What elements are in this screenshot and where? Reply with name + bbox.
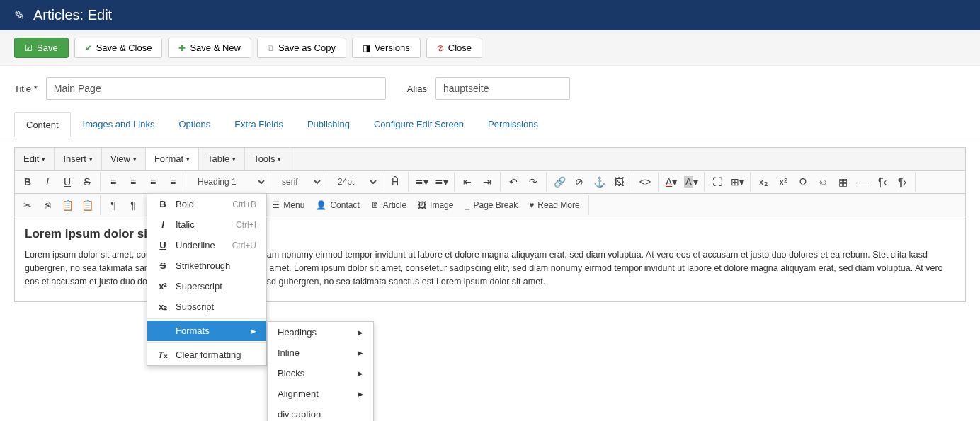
versions-label: Versions bbox=[375, 42, 410, 53]
emoji-button[interactable]: ☺ bbox=[813, 172, 833, 192]
format-underline[interactable]: UUnderlineCtrl+U bbox=[147, 235, 266, 255]
tab-configure[interactable]: Configure Edit Screen bbox=[362, 111, 476, 137]
tab-content[interactable]: Content bbox=[14, 112, 71, 137]
align-justify-button[interactable]: ≡ bbox=[163, 172, 183, 192]
undo-button[interactable]: ↶ bbox=[503, 172, 523, 192]
indent-button[interactable]: ⇥ bbox=[477, 172, 497, 192]
insert-menu-button[interactable]: ☰Menu bbox=[266, 195, 310, 215]
show-blocks-button[interactable]: ¶ bbox=[103, 195, 123, 215]
title-input[interactable] bbox=[46, 77, 386, 100]
anchor-button[interactable]: ⚓ bbox=[589, 172, 609, 192]
hr-button[interactable]: — bbox=[853, 172, 872, 192]
number-list-button[interactable]: ≣▾ bbox=[431, 172, 451, 192]
special-char-button[interactable]: Ω bbox=[793, 172, 813, 192]
pagebreak-icon: ⎯ bbox=[465, 200, 469, 210]
code-button[interactable]: <> bbox=[635, 172, 655, 192]
tab-images[interactable]: Images and Links bbox=[71, 111, 167, 137]
cut-button[interactable]: ✂ bbox=[18, 195, 38, 215]
tab-options[interactable]: Options bbox=[166, 111, 222, 137]
align-center-button[interactable]: ≡ bbox=[123, 172, 143, 192]
ltr-button[interactable]: ¶‹ bbox=[872, 172, 892, 192]
font-size-select[interactable]: 24pt bbox=[329, 173, 379, 190]
menu-edit[interactable]: Edit▾ bbox=[15, 148, 55, 170]
menu-view[interactable]: View▾ bbox=[102, 148, 146, 170]
paste-button[interactable]: 📋 bbox=[57, 195, 77, 215]
rtl-button[interactable]: ¶› bbox=[892, 172, 912, 192]
save-close-button[interactable]: ✔Save & Close bbox=[74, 38, 163, 58]
pencil-icon: ✎ bbox=[14, 8, 25, 23]
format-subscript[interactable]: x₂Subscript bbox=[147, 296, 266, 312]
text-color-button[interactable]: A▾ bbox=[661, 172, 681, 192]
underline-icon: U bbox=[157, 240, 169, 250]
find-button[interactable]: Ĥ bbox=[385, 172, 405, 192]
insert-readmore-button[interactable]: ♥Read More bbox=[523, 195, 586, 215]
subscript-button[interactable]: x₂ bbox=[753, 172, 773, 192]
plus-icon: ✚ bbox=[178, 43, 186, 53]
format-italic[interactable]: IItalicCtrl+I bbox=[147, 214, 266, 235]
format-superscript[interactable]: x²Superscript bbox=[147, 276, 266, 296]
bg-color-button[interactable]: A▾ bbox=[681, 172, 701, 192]
tab-permissions[interactable]: Permissions bbox=[476, 111, 550, 137]
insert-pagebreak-button[interactable]: ⎯Page Break bbox=[459, 195, 523, 215]
save-label: Save bbox=[37, 42, 58, 53]
heading-select[interactable]: Heading 1 bbox=[189, 173, 267, 190]
file-icon: 🗎 bbox=[371, 200, 380, 210]
strike-icon: S bbox=[157, 260, 169, 271]
versions-icon: ◨ bbox=[363, 43, 370, 53]
superscript-button[interactable]: x² bbox=[773, 172, 793, 192]
align-right-button[interactable]: ≡ bbox=[143, 172, 163, 192]
menu-insert[interactable]: Insert▾ bbox=[55, 148, 102, 170]
italic-icon: I bbox=[157, 219, 169, 230]
readmore-icon: ♥ bbox=[529, 200, 534, 210]
page-title: Articles: Edit bbox=[33, 7, 112, 23]
paste-text-button[interactable]: 📋 bbox=[77, 195, 97, 215]
insert-article-button[interactable]: 🗎Article bbox=[365, 195, 412, 215]
page-header: ✎ Articles: Edit bbox=[0, 0, 980, 30]
outdent-button[interactable]: ⇤ bbox=[457, 172, 477, 192]
menu-table[interactable]: Table▾ bbox=[199, 148, 245, 170]
strike-button[interactable]: S bbox=[77, 172, 97, 192]
invisible-chars-button[interactable]: ¶ bbox=[123, 195, 143, 215]
save-new-button[interactable]: ✚Save & New bbox=[168, 38, 251, 58]
alias-label: Alias bbox=[407, 83, 427, 94]
copy-button[interactable]: ⎘ bbox=[38, 195, 57, 215]
save-copy-button[interactable]: ⧉Save as Copy bbox=[257, 38, 346, 58]
copy-icon: ⧉ bbox=[268, 43, 274, 53]
insert-image-button[interactable]: 🖼Image bbox=[412, 195, 459, 215]
format-bold[interactable]: BBoldCtrl+B bbox=[147, 194, 266, 214]
fullscreen-button[interactable]: ⛶ bbox=[707, 172, 727, 192]
align-left-button[interactable]: ≡ bbox=[103, 172, 123, 192]
tab-publishing[interactable]: Publishing bbox=[295, 111, 362, 137]
menu-tools[interactable]: Tools▾ bbox=[245, 148, 290, 170]
link-button[interactable]: 🔗 bbox=[549, 172, 569, 192]
title-row: Title * Alias bbox=[0, 66, 980, 111]
unlink-button[interactable]: ⊘ bbox=[569, 172, 589, 192]
contact-icon: 👤 bbox=[316, 200, 326, 210]
menu-format[interactable]: Format▾ bbox=[146, 148, 199, 170]
table-button[interactable]: ⊞▾ bbox=[727, 172, 747, 192]
underline-button[interactable]: U bbox=[57, 172, 77, 192]
save-copy-label: Save as Copy bbox=[278, 42, 336, 53]
media-button[interactable]: ▦ bbox=[833, 172, 853, 192]
image-button[interactable]: 🖼 bbox=[609, 172, 629, 192]
save-button[interactable]: ☑Save bbox=[14, 38, 69, 58]
insert-contact-button[interactable]: 👤Contact bbox=[310, 195, 365, 215]
close-button[interactable]: ⊘Close bbox=[426, 38, 482, 58]
caret-icon: ▾ bbox=[278, 156, 281, 163]
image-icon: 🖼 bbox=[418, 200, 426, 210]
caret-icon: ▾ bbox=[133, 156, 137, 163]
alias-input[interactable] bbox=[435, 77, 570, 100]
bold-button[interactable]: B bbox=[18, 172, 38, 192]
versions-button[interactable]: ◨Versions bbox=[352, 38, 421, 58]
check-icon: ✔ bbox=[85, 43, 92, 53]
bullet-list-button[interactable]: ≣▾ bbox=[411, 172, 431, 192]
italic-button[interactable]: I bbox=[38, 172, 57, 192]
action-bar: ☑Save ✔Save & Close ✚Save & New ⧉Save as… bbox=[0, 30, 980, 66]
format-strike[interactable]: SStrikethrough bbox=[147, 255, 266, 276]
sub-icon: x₂ bbox=[157, 301, 169, 312]
redo-button[interactable]: ↷ bbox=[523, 172, 543, 192]
tab-extra[interactable]: Extra Fields bbox=[222, 111, 295, 137]
close-label: Close bbox=[448, 42, 472, 53]
font-family-select[interactable]: serif bbox=[273, 173, 323, 190]
cancel-icon: ⊘ bbox=[437, 43, 444, 53]
